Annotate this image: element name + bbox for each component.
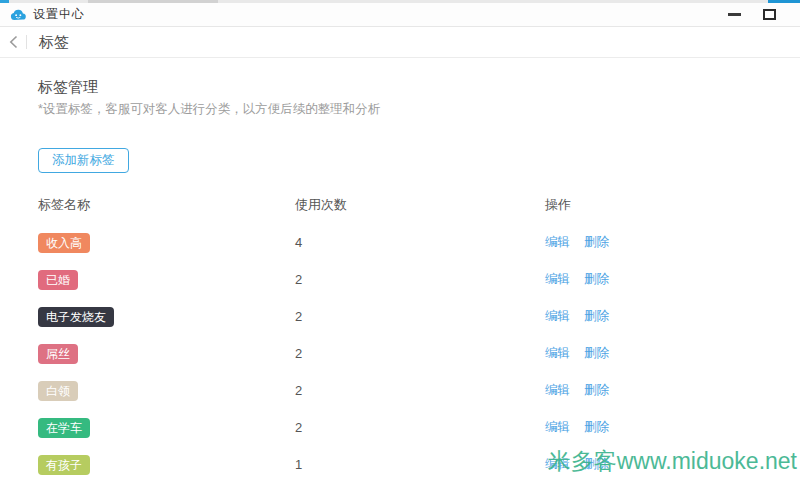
table-row: 已婚 2 编辑 删除 — [38, 261, 800, 298]
row-actions: 编辑 删除 — [545, 419, 800, 436]
add-new-tag-button[interactable]: 添加新标签 — [38, 148, 129, 173]
delete-link[interactable]: 删除 — [584, 271, 609, 288]
minimize-button[interactable] — [728, 13, 741, 16]
tag-count: 4 — [295, 235, 545, 250]
back-button[interactable] — [0, 27, 26, 57]
page-title: 标签 — [39, 33, 69, 52]
edit-link[interactable]: 编辑 — [545, 419, 570, 436]
row-actions: 编辑 删除 — [545, 234, 800, 251]
edit-link[interactable]: 编辑 — [545, 456, 570, 473]
tag-count: 2 — [295, 420, 545, 435]
row-actions: 编辑 删除 — [545, 271, 800, 288]
window-title: 设置中心 — [33, 6, 85, 23]
delete-link[interactable]: 删除 — [584, 419, 609, 436]
tag-chip: 已婚 — [38, 270, 78, 290]
title-bar: 设置中心 — [0, 3, 800, 27]
delete-link[interactable]: 删除 — [584, 234, 609, 251]
edit-link[interactable]: 编辑 — [545, 382, 570, 399]
tag-count: 2 — [295, 272, 545, 287]
tag-count: 1 — [295, 457, 545, 472]
tag-table: 标签名称 使用次数 操作 收入高 4 编辑 删除 已婚 2 编辑 删除 电子发烧… — [38, 186, 800, 481]
row-actions: 编辑 删除 — [545, 345, 800, 362]
tag-count: 2 — [295, 309, 545, 324]
table-row: 屌丝 2 编辑 删除 — [38, 335, 800, 372]
tag-count: 2 — [295, 383, 545, 398]
table-header-row: 标签名称 使用次数 操作 — [38, 186, 800, 224]
tag-chip: 收入高 — [38, 233, 90, 253]
table-row: 白领 2 编辑 删除 — [38, 372, 800, 409]
table-row: 电子发烧友 2 编辑 删除 — [38, 298, 800, 335]
tag-chip: 有孩子 — [38, 455, 90, 475]
table-row: 有孩子 1 编辑 删除 — [38, 446, 800, 481]
tag-chip: 屌丝 — [38, 344, 78, 364]
table-row: 收入高 4 编辑 删除 — [38, 224, 800, 261]
table-row: 在学车 2 编辑 删除 — [38, 409, 800, 446]
nav-divider — [26, 35, 27, 49]
edit-link[interactable]: 编辑 — [545, 345, 570, 362]
edit-link[interactable]: 编辑 — [545, 234, 570, 251]
maximize-button[interactable] — [763, 9, 776, 20]
delete-link[interactable]: 删除 — [584, 308, 609, 325]
row-actions: 编辑 删除 — [545, 382, 800, 399]
delete-link[interactable]: 删除 — [584, 456, 609, 473]
header-usage-count: 使用次数 — [295, 196, 545, 214]
chevron-left-icon — [9, 35, 18, 49]
row-actions: 编辑 删除 — [545, 308, 800, 325]
delete-link[interactable]: 删除 — [584, 382, 609, 399]
edit-link[interactable]: 编辑 — [545, 271, 570, 288]
settings-window: 设置中心 标签 标签管理 *设置标签，客服可对客人进行分类，以方便后续的整理和分… — [0, 0, 800, 481]
tag-chip: 电子发烧友 — [38, 307, 114, 327]
header-actions: 操作 — [545, 196, 800, 214]
section-description: *设置标签，客服可对客人进行分类，以方便后续的整理和分析 — [38, 101, 380, 118]
window-controls — [728, 9, 790, 20]
row-actions: 编辑 删除 — [545, 456, 800, 473]
tag-chip: 在学车 — [38, 418, 90, 438]
delete-link[interactable]: 删除 — [584, 345, 609, 362]
header-tag-name: 标签名称 — [38, 196, 295, 214]
tag-chip: 白领 — [38, 381, 78, 401]
tag-count: 2 — [295, 346, 545, 361]
nav-bar: 标签 — [0, 27, 800, 58]
tag-table-body: 收入高 4 编辑 删除 已婚 2 编辑 删除 电子发烧友 2 编辑 删除 屌丝 … — [38, 224, 800, 481]
section-heading: 标签管理 — [38, 78, 98, 97]
edit-link[interactable]: 编辑 — [545, 308, 570, 325]
app-logo-cloud-icon — [10, 8, 27, 22]
